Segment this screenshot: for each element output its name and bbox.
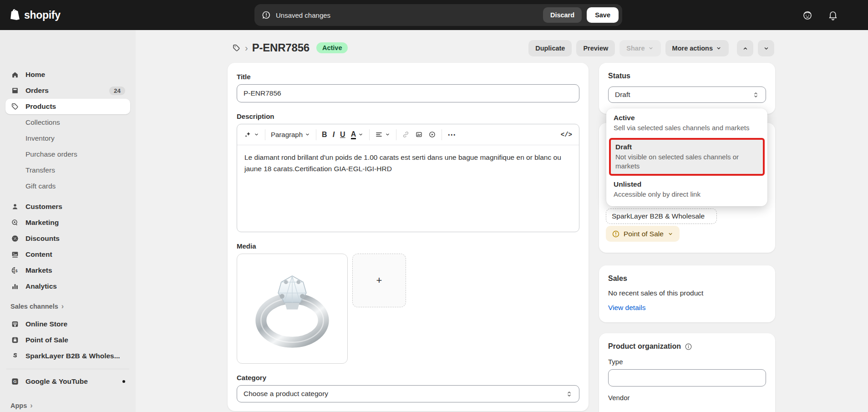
align-left-icon: [375, 131, 383, 138]
chevron-right-icon: ›: [30, 402, 32, 410]
more-formatting-button[interactable]: ⋯: [447, 130, 457, 140]
sidekick-assistant-icon[interactable]: [802, 10, 813, 20]
shopify-wordmark: shopify: [24, 9, 61, 21]
sidebar-item-label: Discounts: [25, 234, 60, 243]
sidebar-item-sparklayer[interactable]: SparkLayer B2B & Wholes...: [5, 348, 130, 364]
status-select[interactable]: Draft: [608, 86, 766, 103]
next-product-button[interactable]: [758, 40, 774, 56]
description-text[interactable]: Le diamant rond brillant d'un poids de 1…: [237, 145, 579, 181]
option-description: Not visible on selected sales channels o…: [615, 153, 758, 171]
products-icon: [10, 102, 20, 111]
code-view-button[interactable]: </>: [561, 131, 572, 138]
bold-button[interactable]: B: [322, 131, 327, 139]
status-dropdown-menu: Active Sell via selected sales channels …: [606, 108, 767, 206]
sidebar-item-products[interactable]: Products: [5, 99, 130, 114]
preview-button[interactable]: Preview: [576, 40, 615, 56]
view-details-link[interactable]: View details: [608, 304, 645, 312]
orders-count-badge: 24: [109, 86, 125, 95]
page-header: › P-ENR7856 Active: [232, 40, 348, 56]
plus-icon: +: [376, 275, 382, 286]
share-button-label: Share: [626, 45, 645, 52]
updown-chevron-icon: [752, 92, 759, 98]
sidebar-item-discounts[interactable]: Discounts: [5, 231, 130, 246]
organization-heading: Product organization: [608, 342, 681, 351]
shopify-logo[interactable]: shopify: [9, 0, 61, 30]
ring-product-image: [245, 262, 339, 356]
status-option-draft-highlighted[interactable]: Draft Not visible on selected sales chan…: [609, 138, 765, 176]
chevron-down-icon: [763, 45, 770, 52]
sidebar-item-markets[interactable]: $ Markets: [5, 263, 130, 278]
status-card: Status Draft: [599, 63, 775, 114]
sidebar-item-label: Inventory: [25, 134, 55, 142]
sidebar-item-gift-cards[interactable]: Gift cards: [5, 178, 130, 194]
markets-icon: $: [10, 266, 20, 275]
share-button[interactable]: Share: [619, 40, 660, 56]
status-select-value: Draft: [615, 91, 630, 99]
sidebar-item-google-youtube[interactable]: G Google & YouTube: [5, 374, 130, 389]
category-select[interactable]: Choose a product category: [237, 385, 579, 402]
more-actions-label: More actions: [672, 45, 713, 52]
product-tag-icon[interactable]: [232, 44, 241, 52]
option-label: Active: [614, 114, 760, 122]
sidebar-item-online-store[interactable]: Online Store: [5, 316, 130, 332]
apps-label: Apps: [10, 402, 27, 409]
italic-button[interactable]: I: [333, 131, 335, 139]
warning-chip-label: Point of Sale: [624, 230, 664, 238]
sidebar-item-label: Orders: [25, 86, 49, 95]
sidebar-item-label: Gift cards: [25, 182, 56, 190]
product-media-thumbnail[interactable]: [237, 254, 348, 364]
previous-product-button[interactable]: [737, 40, 753, 56]
category-label: Category: [237, 374, 579, 381]
sales-channels-section[interactable]: Sales channels ›: [10, 300, 64, 312]
marketing-icon: [10, 219, 20, 227]
shopify-bag-icon: [9, 8, 21, 22]
sidebar-item-home[interactable]: Home: [5, 67, 130, 82]
toolbar-separator: [265, 129, 265, 140]
notifications-bell-icon[interactable]: [827, 10, 838, 20]
text-color-button[interactable]: A: [351, 130, 364, 139]
toolbar-separator: [316, 129, 316, 140]
insert-video-button[interactable]: [428, 131, 436, 138]
underline-button[interactable]: U: [340, 131, 345, 139]
duplicate-button[interactable]: Duplicate: [528, 40, 572, 56]
sidebar-item-collections[interactable]: Collections: [5, 115, 130, 130]
option-label: Unlisted: [614, 180, 760, 188]
content-icon: [10, 250, 20, 259]
sidebar-item-content[interactable]: Content: [5, 247, 130, 262]
title-input[interactable]: [237, 84, 579, 102]
apps-section[interactable]: Apps ›: [10, 400, 33, 412]
alignment-button[interactable]: [375, 131, 391, 138]
breadcrumb-chevron-icon: ›: [245, 43, 248, 52]
point-of-sale-warning-chip[interactable]: Point of Sale: [606, 226, 680, 242]
sidebar-item-marketing[interactable]: Marketing: [5, 215, 130, 230]
status-option-unlisted[interactable]: Unlisted Accessible only by direct link: [606, 177, 767, 203]
editor-toolbar: Paragraph B I U A: [237, 124, 579, 145]
sparklayer-channel-chip: SparkLayer B2B & Wholesale: [606, 209, 717, 224]
more-actions-button[interactable]: More actions: [665, 40, 729, 56]
save-button[interactable]: Save: [587, 7, 619, 23]
sidebar-item-orders[interactable]: Orders 24: [5, 83, 130, 98]
add-media-button[interactable]: +: [352, 254, 406, 307]
paragraph-style-dropdown[interactable]: Paragraph: [271, 131, 310, 138]
sidebar-item-transfers[interactable]: Transfers: [5, 163, 130, 178]
paragraph-label: Paragraph: [271, 131, 303, 138]
info-icon[interactable]: [685, 343, 692, 351]
insert-image-button[interactable]: [415, 131, 423, 138]
sidebar-item-point-of-sale[interactable]: Point of Sale: [5, 332, 130, 348]
sidebar-item-purchase-orders[interactable]: Purchase orders: [5, 147, 130, 162]
alert-bubble-icon: [262, 10, 271, 20]
sidebar-item-analytics[interactable]: Analytics: [5, 279, 130, 294]
link-button[interactable]: [402, 131, 410, 138]
option-description: Sell via selected sales channels and mar…: [614, 123, 760, 132]
chevron-down-icon: [716, 45, 722, 51]
discard-button[interactable]: Discard: [543, 7, 582, 23]
type-input[interactable]: [608, 369, 766, 387]
status-option-active[interactable]: Active Sell via selected sales channels …: [606, 110, 767, 137]
sidebar-item-customers[interactable]: Customers: [5, 199, 130, 214]
sidebar-item-inventory[interactable]: Inventory: [5, 131, 130, 146]
updown-chevron-icon: [566, 391, 573, 397]
warning-circle-icon: [612, 230, 620, 238]
text-color-icon: A: [351, 130, 356, 139]
online-store-icon: [10, 320, 20, 328]
ai-sparkle-button[interactable]: [244, 131, 259, 138]
